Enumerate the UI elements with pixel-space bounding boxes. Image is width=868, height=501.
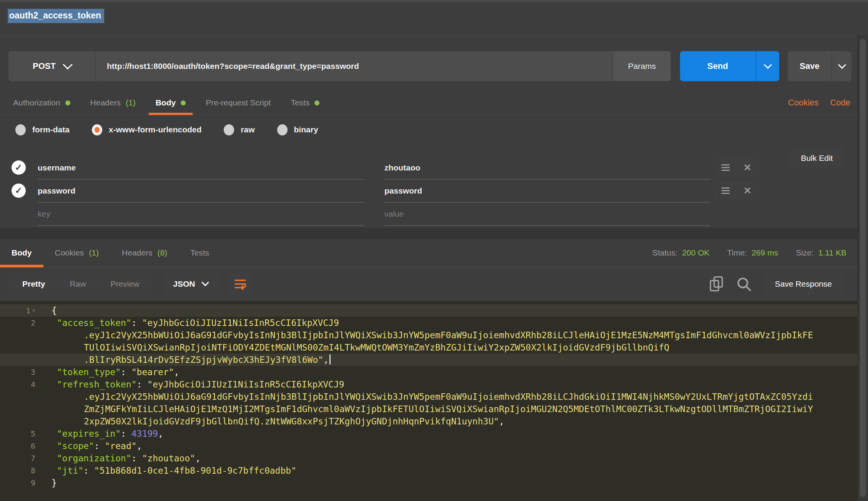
fold-caret-icon[interactable]: ▾ — [32, 304, 35, 317]
body-mode-label: form-data — [32, 125, 70, 134]
save-button[interactable]: Save — [788, 51, 851, 81]
tab-label: Headers — [122, 248, 152, 257]
chevron-down-icon — [763, 60, 772, 68]
value-field[interactable]: value — [384, 203, 710, 226]
code-line-5[interactable]: .BlIryRbSL414rDv5EfzZSjpjvWybcX3hEJy3fV8… — [0, 354, 858, 366]
radio-icon[interactable] — [92, 124, 102, 135]
request-tab-pre-request-script[interactable]: Pre-request Script — [196, 91, 281, 114]
code-line-12[interactable]: 6 "scope": "read", — [0, 440, 858, 452]
method-label: POST — [33, 61, 56, 71]
drag-handle-icon[interactable] — [722, 164, 730, 171]
key-field[interactable]: key — [38, 203, 364, 226]
text-cursor — [329, 354, 331, 364]
code-line-1[interactable]: 1▾{ — [0, 304, 858, 317]
code-line-15[interactable]: 9} — [0, 477, 858, 489]
body-mode-x-www-form-urlencoded[interactable]: x-www-form-urlencoded — [92, 124, 202, 135]
code-text: "scope": "read", — [38, 440, 142, 452]
delete-row-icon[interactable]: ✕ — [743, 163, 752, 172]
copy-button[interactable] — [708, 275, 724, 293]
code-text: .eyJ1c2VyX25hbWUiOiJ6aG91dGFvbyIsInNjb3B… — [38, 329, 813, 341]
line-number — [0, 415, 38, 428]
line-number: 8 — [0, 464, 38, 477]
line-number — [0, 329, 38, 341]
response-tab-tests[interactable]: Tests — [179, 239, 221, 267]
line-number: 6 — [0, 440, 38, 452]
tab-label: Tests — [291, 98, 309, 107]
code-text: .BlIryRbSL414rDv5EfzZSjpjvWybcX3hEJy3fV8… — [38, 354, 331, 366]
meta-label: Size: — [796, 248, 814, 257]
code-line-4[interactable]: TUlOIiwiSVQiXSwianRpIjoiNTFiODY4ZDEtMGNl… — [0, 341, 858, 354]
scrollbar-thumb[interactable] — [860, 39, 866, 497]
code-line-13[interactable]: 7 "organization": "zhoutaoo", — [0, 452, 858, 464]
value-text: password — [384, 186, 422, 195]
search-button[interactable] — [736, 276, 752, 292]
code-text: { — [38, 304, 57, 317]
method-select[interactable]: POST — [8, 51, 96, 81]
format-label: JSON — [173, 279, 195, 289]
code-line-14[interactable]: 8 "jti": "51b868d1-0ce1-4fb8-901d-9c7bff… — [0, 464, 858, 477]
tab-count: (1) — [126, 98, 136, 107]
code-line-8[interactable]: .eyJ1c2VyX25hbWUiOiJ6aG91dGFvbyIsInNjb3B… — [0, 391, 858, 403]
line-number: 3 — [0, 366, 38, 378]
url-input[interactable]: http://host1:8000/oauth/token?scope=read… — [96, 51, 612, 81]
code-line-7[interactable]: 4 "refresh_token": "eyJhbGciOiJIUzI1NiIs… — [0, 378, 858, 391]
radio-icon[interactable] — [224, 124, 234, 135]
bulk-edit-button[interactable]: Bulk Edit — [790, 147, 844, 169]
code-line-10[interactable]: 2xpZW50X2lkIjoidGVzdF9jbGllbnQifQ.zNtWWG… — [0, 415, 858, 428]
body-mode-form-data[interactable]: form-data — [15, 124, 70, 135]
response-tab-body[interactable]: Body — [0, 239, 43, 267]
response-toolbar: PrettyRawPreview JSON — [8, 272, 843, 296]
value-field[interactable]: password — [384, 180, 710, 203]
titlebar: oauth2_access_token — [0, 2, 858, 35]
view-mode-raw[interactable]: Raw — [58, 273, 98, 295]
send-options-button[interactable] — [755, 51, 779, 81]
value-text: value — [384, 209, 404, 219]
key-field[interactable]: password — [38, 180, 364, 203]
app-window: oauth2_access_token POST http://host1:80… — [0, 0, 868, 501]
format-select[interactable]: JSON — [162, 273, 219, 295]
request-tab-authorization[interactable]: Authorization — [3, 91, 80, 114]
copy-icon — [708, 275, 724, 293]
view-mode-preview[interactable]: Preview — [98, 273, 152, 295]
response-tab-cookies[interactable]: Cookies(1) — [43, 239, 111, 267]
code-link[interactable]: Code — [830, 98, 850, 108]
line-number — [0, 391, 38, 403]
chevron-down-icon — [63, 60, 72, 69]
request-tab-headers[interactable]: Headers(1) — [80, 91, 146, 114]
save-response-button[interactable]: Save Response — [763, 273, 843, 295]
search-icon — [736, 276, 752, 292]
line-number — [0, 354, 38, 366]
code-line-11[interactable]: 5 "expires_in": 43199, — [0, 428, 858, 440]
code-text: .eyJ1c2VyX25hbWUiOiJ6aG91dGFvbyIsInNjb3B… — [38, 391, 813, 403]
send-button[interactable]: Send — [680, 51, 779, 81]
request-title[interactable]: oauth2_access_token — [8, 9, 104, 23]
body-mode-raw[interactable]: raw — [224, 124, 254, 135]
response-body-editor[interactable]: 1▾{2 "access_token": "eyJhbGciOiJIUzI1Ni… — [0, 301, 858, 501]
request-tab-tests[interactable]: Tests — [281, 91, 329, 114]
body-mode-binary[interactable]: binary — [277, 124, 318, 135]
row-checkbox[interactable]: ✓ — [12, 184, 26, 198]
delete-row-icon[interactable]: ✕ — [743, 186, 752, 195]
code-line-9[interactable]: ZmZjMGFkYmIiLCJleHAiOjE1MzQ1MjI2MTgsImF1… — [0, 403, 858, 415]
request-tab-body[interactable]: Body — [146, 91, 196, 114]
cookies-link[interactable]: Cookies — [788, 98, 818, 108]
radio-icon[interactable] — [277, 124, 288, 135]
code-line-6[interactable]: 3 "token_type": "bearer", — [0, 366, 858, 378]
scrollbar[interactable] — [857, 35, 868, 501]
view-mode-group: PrettyRawPreview — [8, 273, 153, 295]
view-mode-pretty[interactable]: Pretty — [10, 273, 58, 295]
wrap-lines-button[interactable] — [228, 273, 253, 295]
code-line-2[interactable]: 2 "access_token": "eyJhbGciOiJIUzI1NiIsI… — [0, 317, 858, 329]
save-options-button[interactable] — [831, 51, 851, 81]
value-field[interactable]: zhoutaoo — [384, 157, 710, 180]
radio-icon[interactable] — [15, 124, 26, 135]
params-button[interactable]: Params — [612, 51, 671, 81]
row-checkbox[interactable]: ✓ — [12, 160, 26, 175]
response-tab-headers[interactable]: Headers(8) — [110, 239, 179, 267]
key-field[interactable]: username — [38, 157, 364, 180]
meta-value: 1.11 KB — [818, 248, 846, 257]
line-number: 5 — [0, 428, 38, 440]
tab-count: (1) — [89, 248, 99, 257]
drag-handle-icon[interactable] — [722, 187, 730, 194]
code-line-3[interactable]: .eyJ1c2VyX25hbWUiOiJ6aG91dGFvbyIsInNjb3B… — [0, 329, 858, 341]
